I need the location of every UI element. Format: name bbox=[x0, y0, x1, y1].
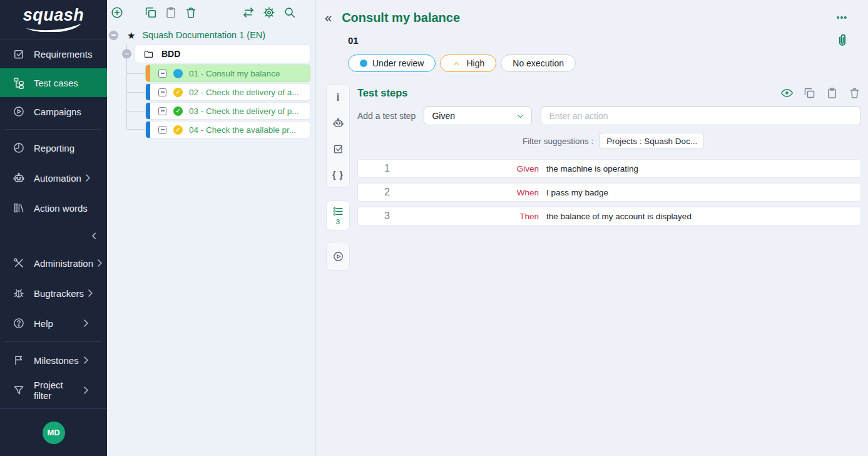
collapse-node-icon[interactable] bbox=[158, 70, 166, 78]
sidebar-item-reporting[interactable]: Reporting bbox=[0, 133, 107, 163]
sidebar-item-help[interactable]: Help bbox=[0, 308, 107, 338]
action-input[interactable] bbox=[541, 106, 861, 125]
sidebar-item-label: Project filter bbox=[34, 380, 79, 401]
requirements-icon bbox=[13, 48, 25, 60]
tab-verified-requirements[interactable] bbox=[327, 136, 349, 162]
tree-folder-bdd[interactable]: BDD bbox=[135, 44, 310, 63]
paste-icon[interactable] bbox=[164, 6, 178, 19]
tree-connector-line bbox=[126, 129, 145, 130]
sidebar-item-label: Automation bbox=[34, 173, 81, 184]
step-action-text: I pass my badge bbox=[546, 188, 608, 197]
collapse-node-icon[interactable] bbox=[158, 126, 166, 134]
status-dot-icon bbox=[360, 60, 367, 67]
folder-icon bbox=[143, 49, 154, 60]
sidebar-item-label: Campaigns bbox=[34, 106, 81, 117]
collapse-node-icon[interactable] bbox=[158, 107, 166, 115]
tab-executions[interactable] bbox=[326, 242, 350, 271]
tree-project-row[interactable]: ★ Squash Documentation 1 (EN) bbox=[107, 27, 315, 43]
paste-steps-icon[interactable] bbox=[825, 86, 839, 100]
collapse-node-icon[interactable] bbox=[122, 49, 131, 59]
delete-steps-icon[interactable] bbox=[848, 86, 861, 100]
sidebar-item-test-cases[interactable]: Test cases bbox=[0, 68, 107, 97]
sidebar-item-action-words[interactable]: Action words bbox=[0, 193, 107, 223]
status-badge-label: Under review bbox=[372, 58, 424, 68]
project-filter-chip[interactable]: Projects : Squash Doc... bbox=[600, 133, 704, 149]
copy-icon[interactable] bbox=[144, 6, 158, 19]
status-to-validate-icon: ✓ bbox=[173, 125, 183, 135]
step-number: 1 bbox=[384, 163, 398, 174]
chevron-right-icon bbox=[81, 172, 94, 184]
flag-icon bbox=[13, 354, 25, 366]
sidebar-item-automation[interactable]: Automation bbox=[0, 163, 107, 193]
tree-connector-line bbox=[126, 92, 145, 93]
avatar[interactable]: MD bbox=[43, 422, 65, 444]
sidebar-item-bugtrackers[interactable]: Bugtrackers bbox=[0, 278, 107, 308]
search-icon[interactable] bbox=[283, 6, 297, 19]
sidebar-item-milestones[interactable]: Milestones bbox=[0, 345, 107, 375]
info-icon: i bbox=[337, 92, 339, 103]
step-keyword: Then bbox=[398, 212, 539, 221]
sidebar-item-project-filter[interactable]: Project filter bbox=[0, 375, 107, 405]
sidebar-divider bbox=[5, 129, 102, 130]
importance-bar bbox=[146, 65, 150, 81]
filter-suggestions-label: Filter suggestions : bbox=[523, 137, 593, 146]
add-icon[interactable] bbox=[110, 6, 124, 19]
more-options-button[interactable] bbox=[835, 11, 848, 24]
collapse-node-icon[interactable] bbox=[109, 31, 118, 40]
tab-automation[interactable] bbox=[327, 110, 349, 136]
tree-item-test-case-01[interactable]: 01 - Consult my balance bbox=[145, 65, 310, 82]
importance-bar bbox=[146, 103, 150, 119]
importance-bar bbox=[146, 84, 150, 100]
sidebar-item-label: Administration bbox=[34, 258, 93, 269]
delete-icon[interactable] bbox=[184, 6, 198, 19]
tree-item-test-case-03[interactable]: ✓ 03 - Check the delivery of p... bbox=[145, 102, 310, 120]
sidebar: squash Requirements Test cases Campaigns… bbox=[0, 0, 107, 456]
tree-item-test-case-02[interactable]: ✓ 02 - Check the delivery of a... bbox=[145, 83, 310, 101]
chevron-right-icon bbox=[79, 317, 92, 329]
import-export-icon[interactable] bbox=[242, 6, 255, 19]
test-case-tree-panel: ★ Squash Documentation 1 (EN) BDD 01 - C… bbox=[107, 0, 316, 456]
tab-parameters[interactable]: { } bbox=[327, 162, 349, 187]
status-to-validate-icon: ✓ bbox=[173, 88, 183, 97]
importance-bar bbox=[146, 122, 150, 138]
list-icon bbox=[332, 205, 344, 217]
reference-label: 01 bbox=[348, 35, 359, 46]
chevron-right-icon bbox=[79, 354, 92, 366]
sidebar-item-requirements[interactable]: Requirements bbox=[0, 39, 107, 68]
project-label[interactable]: Squash Documentation 1 (EN) bbox=[142, 30, 265, 40]
sidebar-item-campaigns[interactable]: Campaigns bbox=[0, 97, 107, 126]
library-icon bbox=[13, 202, 25, 214]
detail-tabstrip: i { } 3 bbox=[326, 84, 350, 456]
tab-test-steps[interactable]: 3 bbox=[326, 200, 350, 231]
importance-badge[interactable]: High bbox=[440, 54, 496, 72]
keyword-select[interactable]: Given bbox=[424, 106, 532, 125]
status-badge[interactable]: Under review bbox=[348, 54, 436, 72]
sidebar-item-administration[interactable]: Administration bbox=[0, 248, 107, 278]
chevron-right-icon bbox=[79, 384, 92, 396]
tab-information[interactable]: i bbox=[327, 85, 349, 110]
attachments-button[interactable] bbox=[834, 32, 850, 48]
sidebar-item-label: Bugtrackers bbox=[34, 288, 84, 299]
execution-badge[interactable]: No execution bbox=[501, 54, 576, 72]
help-icon bbox=[13, 317, 25, 329]
preview-eye-icon[interactable] bbox=[780, 86, 794, 100]
copy-steps-icon[interactable] bbox=[803, 86, 816, 100]
page-title: Consult my balance bbox=[342, 11, 460, 25]
test-steps-heading: Test steps bbox=[357, 87, 407, 99]
reporting-icon bbox=[13, 142, 25, 154]
test-step-row-2[interactable]: 2 When I pass my badge bbox=[357, 183, 861, 202]
test-step-row-3[interactable]: 3 Then the balance of my account is disp… bbox=[357, 207, 861, 225]
test-step-row-1[interactable]: 1 Given the machine is operating bbox=[357, 159, 861, 178]
test-case-label: 02 - Check the delivery of a... bbox=[189, 88, 299, 97]
tree-item-test-case-04[interactable]: ✓ 04 - Check the available pr... bbox=[145, 121, 310, 138]
step-keyword: When bbox=[398, 188, 539, 197]
chevron-left-icon bbox=[89, 231, 100, 241]
collapse-panel-icon[interactable]: « bbox=[325, 11, 332, 24]
sidebar-collapse-button[interactable] bbox=[0, 223, 107, 248]
sidebar-item-label: Milestones bbox=[34, 355, 79, 366]
logo-text: squash bbox=[23, 7, 84, 24]
settings-icon[interactable] bbox=[262, 6, 276, 19]
logo-block: squash bbox=[0, 0, 107, 39]
star-icon: ★ bbox=[127, 31, 135, 40]
collapse-node-icon[interactable] bbox=[158, 88, 166, 96]
